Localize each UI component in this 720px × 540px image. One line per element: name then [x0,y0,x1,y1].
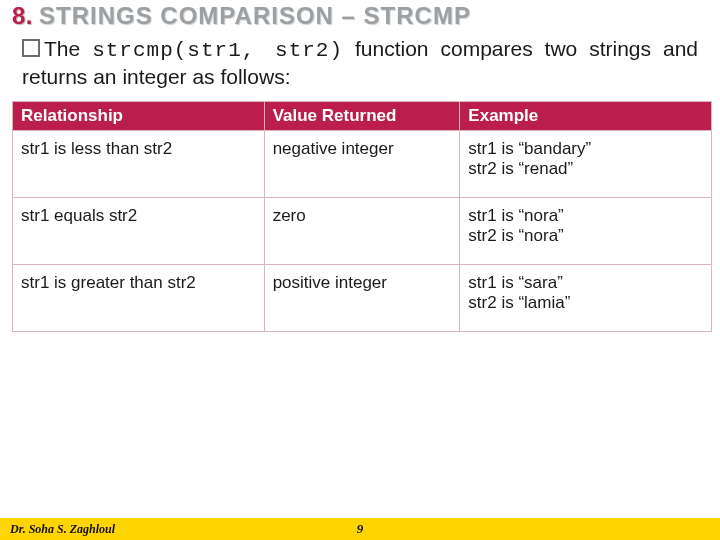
title-number: 8. [12,2,33,30]
cell-rel: str1 is greater than str2 [13,264,265,331]
footer-bar: Dr. Soha S. Zaghloul 9 [0,518,720,540]
comparison-table: Relationship Value Returned Example str1… [12,101,712,332]
cell-val: negative integer [264,130,460,197]
table-header-row: Relationship Value Returned Example [13,101,712,130]
slide-title: 8. STRINGS COMPARISON – STRCMP [12,0,708,30]
cell-ex-l1: str1 is “sara” [468,273,562,292]
th-value: Value Returned [264,101,460,130]
description: The strcmp(str1, str2) function compares… [22,36,698,91]
th-relationship: Relationship [13,101,265,130]
table-row: str1 is greater than str2 positive integ… [13,264,712,331]
footer-page-number: 9 [357,521,364,537]
desc-code: strcmp(str1, str2) [92,39,343,62]
cell-ex: str1 is “nora” str2 is “nora” [460,197,712,264]
bullet-icon [22,39,40,57]
th-example: Example [460,101,712,130]
table-row: str1 is less than str2 negative integer … [13,130,712,197]
cell-ex: str1 is “sara” str2 is “lamia” [460,264,712,331]
table-row: str1 equals str2 zero str1 is “nora” str… [13,197,712,264]
slide-body: 8. STRINGS COMPARISON – STRCMP The strcm… [0,0,720,332]
cell-ex-l1: str1 is “bandary” [468,139,591,158]
cell-ex-l2: str2 is “lamia” [468,293,570,312]
title-text: STRINGS COMPARISON – STRCMP [39,2,471,30]
cell-ex: str1 is “bandary” str2 is “renad” [460,130,712,197]
cell-ex-l2: str2 is “nora” [468,226,563,245]
cell-ex-l2: str2 is “renad” [468,159,573,178]
footer-author: Dr. Soha S. Zaghloul [0,522,115,537]
desc-prefix: The [44,37,92,60]
cell-rel: str1 is less than str2 [13,130,265,197]
cell-val: positive integer [264,264,460,331]
cell-rel: str1 equals str2 [13,197,265,264]
cell-val: zero [264,197,460,264]
cell-ex-l1: str1 is “nora” [468,206,563,225]
